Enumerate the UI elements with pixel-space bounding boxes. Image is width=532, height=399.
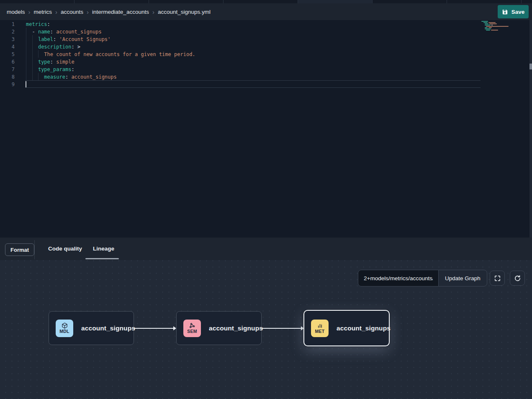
format-button[interactable]: Format [5, 243, 34, 256]
breadcrumb-bar: models › metrics › accounts › intermedia… [0, 3, 532, 20]
editor-scrollbar[interactable] [529, 20, 532, 238]
code-line: measure: account_signups [26, 73, 195, 81]
lineage-node-model[interactable]: MDL account_signups [49, 311, 134, 345]
breadcrumb-item-models[interactable]: models [7, 9, 25, 15]
cube-icon [62, 322, 68, 329]
code-line: type: simple [26, 58, 195, 66]
network-nodes-icon [189, 322, 195, 329]
tab-divider [372, 0, 373, 3]
metric-badge: MET [311, 320, 329, 337]
tab-divider [149, 0, 149, 3]
model-badge: MDL [56, 320, 73, 337]
edge-arrowhead-icon [173, 326, 176, 330]
code-line: type_params: [26, 66, 195, 73]
tab-divider [298, 0, 298, 3]
lineage-selector-input[interactable] [358, 270, 439, 286]
badge-label: MET [315, 329, 325, 334]
code-content[interactable]: metrics: - name: account_signups label: … [26, 20, 195, 88]
line-number: 4 [0, 43, 20, 51]
chevron-right-icon: › [28, 9, 31, 15]
lineage-edge [134, 328, 174, 329]
breadcrumb-item-metrics[interactable]: metrics [34, 9, 52, 15]
fullscreen-button[interactable] [490, 271, 505, 286]
line-number: 7 [0, 66, 20, 73]
code-line: - name: account_signups [26, 28, 195, 36]
tab-lineage[interactable]: Lineage [93, 246, 114, 252]
node-title: account_signups [209, 325, 263, 332]
active-tab-underline [85, 258, 119, 259]
lineage-node-metric-selected[interactable]: MET account_signups [303, 310, 390, 346]
line-number: 9 [0, 81, 20, 88]
line-number: 6 [0, 58, 20, 66]
chevron-right-icon: › [55, 9, 57, 15]
line-number: 8 [0, 73, 20, 81]
editor-gutter: 1 2 3 4 5 6 7 8 9 [0, 20, 20, 88]
badge-label: MDL [59, 329, 69, 334]
line-number: 2 [0, 28, 20, 36]
badge-label: SEM [187, 329, 197, 334]
toolbar-divider [34, 240, 35, 259]
top-tabs-strip [0, 0, 532, 3]
lineage-edge [262, 328, 301, 329]
bar-chart-icon [317, 322, 323, 329]
refresh-icon [514, 275, 521, 282]
scrollbar-marker[interactable] [529, 64, 532, 69]
tab-divider [223, 0, 224, 3]
tab-divider [447, 0, 447, 3]
semantic-model-badge: SEM [183, 320, 201, 337]
save-button[interactable]: Save [498, 5, 529, 18]
top-tab-segment-active [298, 0, 372, 3]
breadcrumb-item-intermediate-accounts[interactable]: intermediate_accounts [92, 9, 149, 15]
line-number: 5 [0, 51, 20, 58]
save-button-label: Save [511, 9, 525, 15]
update-graph-button[interactable]: Update Graph [438, 270, 487, 286]
line-number: 1 [0, 20, 20, 28]
ide-window: models › metrics › accounts › intermedia… [0, 0, 532, 399]
lineage-selector-group: Update Graph [358, 270, 487, 286]
lineage-graph-canvas[interactable]: Update Graph [0, 260, 532, 399]
node-title: account_signups [337, 325, 391, 332]
expand-brackets-icon [494, 275, 501, 282]
code-line: metrics: [26, 20, 195, 28]
code-line [26, 81, 195, 88]
minimap[interactable] [481, 21, 528, 31]
tab-divider [74, 0, 75, 3]
code-line: label: 'Account Signups' [26, 36, 195, 43]
chevron-right-icon: › [87, 9, 89, 15]
node-title: account_signups [81, 325, 135, 332]
code-line: The count of new accounts for a given ti… [26, 51, 195, 58]
bottom-panel-toolbar: Format Code quality Lineage [0, 238, 532, 260]
breadcrumb-item-current-file[interactable]: account_signups.yml [158, 9, 211, 15]
refresh-button[interactable] [510, 271, 525, 286]
tab-divider [521, 0, 522, 3]
tab-code-quality[interactable]: Code quality [48, 246, 82, 252]
breadcrumb-item-accounts[interactable]: accounts [61, 9, 83, 15]
save-floppy-icon [502, 9, 508, 15]
code-editor[interactable]: 1 2 3 4 5 6 7 8 9 metrics: - name: accou… [0, 20, 532, 238]
lineage-node-semantic-model[interactable]: SEM account_signups [176, 311, 262, 345]
line-number: 3 [0, 36, 20, 43]
chevron-right-icon: › [152, 9, 154, 15]
code-line: description: > [26, 43, 195, 51]
